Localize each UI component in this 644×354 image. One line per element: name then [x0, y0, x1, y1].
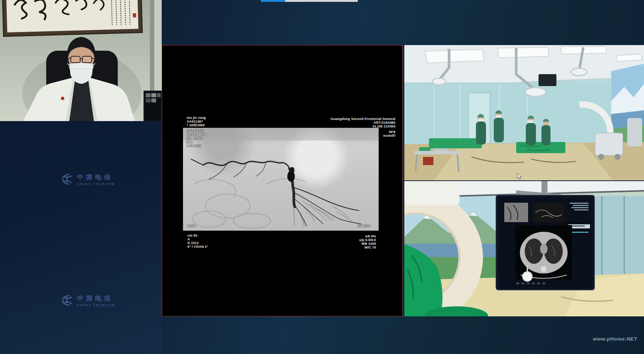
- series-number: 13 - 10/43: [187, 136, 206, 140]
- operating-room-video-panel[interactable]: [404, 45, 644, 180]
- china-telecom-logo-icon: [61, 293, 73, 307]
- operating-room-scene: [404, 45, 644, 180]
- surgical-light: [525, 88, 546, 97]
- surgical-light: [571, 68, 587, 76]
- telecom-name-cn: 中国电信: [77, 294, 115, 303]
- desk-monitor: [144, 91, 162, 121]
- control-room-scene: [404, 181, 644, 316]
- control-room-video-panel[interactable]: [404, 181, 644, 316]
- review-monitor: [496, 195, 594, 290]
- dicom-patient-overlay: mo jin rong XA011367 * 10/8/1950 10/26/2…: [187, 116, 206, 148]
- angiogram-image: L:OK EE 15%: [183, 128, 379, 231]
- sp-values: s/p 0.0/0.0: [316, 238, 376, 242]
- video-progress-bar[interactable]: [261, 0, 358, 2]
- plane-label: A: [187, 237, 208, 241]
- progress-filled: [261, 0, 285, 2]
- progress-remaining: [285, 0, 358, 2]
- china-telecom-watermark: 中国电信 CHINA TELECOM: [61, 292, 135, 309]
- acquisition-time: 11:11:49 AM: [187, 133, 206, 136]
- doctor-webcam-scene: [0, 0, 162, 121]
- patient-birthdate: * 10/8/1950: [187, 123, 206, 127]
- patient-id: XA011367: [187, 120, 206, 123]
- dicom-exposure-overlay: AB 0% s/p 0.0/0.0 WB 3100 W/C 70: [316, 234, 376, 249]
- doctor-webcam-video-panel[interactable]: [0, 0, 162, 121]
- ct-axial-slice: [515, 225, 572, 279]
- telecom-name-en: CHINA TELECOM: [77, 303, 115, 307]
- vessel-tree-graphic: [183, 128, 379, 231]
- mode-label: HF8: [284, 130, 395, 134]
- image-marker-left: L:OK: [187, 224, 196, 228]
- patient-table-drape: [516, 142, 565, 153]
- telecom-name-cn: 中国电信: [77, 173, 115, 181]
- china-telecom-watermark: 中国电信 CHINA TELECOM: [61, 171, 135, 188]
- angulation-value: 0° / CRAN 1°: [187, 245, 208, 249]
- site-watermark: www.pHome.NET: [593, 336, 637, 342]
- red-bin: [423, 157, 433, 165]
- profile-label: Icom////: [284, 134, 395, 138]
- software-version: VL105 210303: [284, 124, 395, 128]
- image-marker-right: EE 15%: [358, 224, 370, 228]
- acquisition-date: 10/26/2021: [187, 129, 206, 133]
- ab-percent: AB 0%: [316, 234, 376, 238]
- dose-value: 1.78 uGy: [187, 144, 206, 148]
- institution-name: Guangdong Second Provincial General: [284, 117, 395, 121]
- window-width: WB 3100: [316, 242, 376, 246]
- distance-value: D 2312: [187, 241, 208, 245]
- video-conference-stage: 中国电信 CHINA TELECOM 中国电信 CHINA TELECOM: [0, 0, 644, 354]
- dicom-geometry-overlay: cm 50 A D 2312 0° / CRAN 1°: [187, 234, 208, 249]
- field-size: cm 50: [187, 234, 208, 237]
- boom-monitor: [539, 74, 556, 86]
- dsa-angiography-video-panel[interactable]: L:OK EE 15% mo jin rong XA011367 * 10/8/…: [162, 45, 402, 316]
- patient-name: mo jin rong: [187, 116, 206, 120]
- lapel-pin: [61, 97, 64, 100]
- calligraphy-frame: [2, 0, 142, 36]
- system-id: ART:S164360: [284, 121, 395, 124]
- telecom-name-en: CHINA TELECOM: [77, 182, 115, 186]
- window-center: W/C 70: [316, 246, 376, 249]
- calligraphy-red-seal: [133, 13, 136, 17]
- china-telecom-logo-icon: [61, 172, 73, 186]
- frame-label: M 1: [187, 140, 206, 144]
- dicom-institution-overlay: Guangdong Second Provincial General ART:…: [284, 117, 395, 138]
- draped-table: [429, 138, 482, 148]
